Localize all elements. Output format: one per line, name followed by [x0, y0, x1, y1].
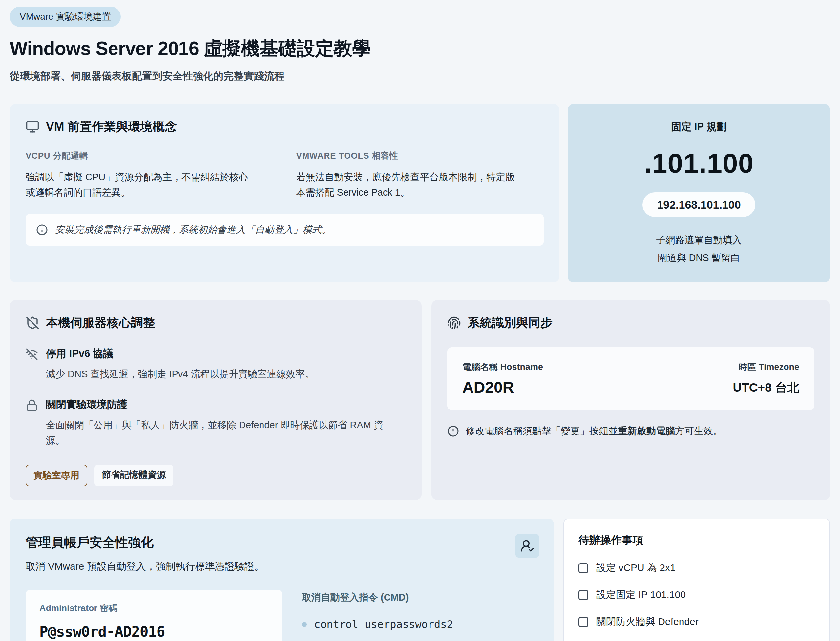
- card-system-identity: 系統識別與同步 電腦名稱 Hostname AD20R 時區 Timezone …: [432, 300, 830, 500]
- fixed-ip-notes: 子網路遮罩自動填入 閘道與 DNS 暫留白: [656, 232, 742, 267]
- fixed-ip-short-value: .101.100: [644, 147, 754, 179]
- tuning-item-firewall-body: 關閉實驗環境防護 全面關閉「公用」與「私人」防火牆，並移除 Defender 即…: [46, 398, 394, 448]
- todo-item-fixed-ip: 設定固定 IP 101.100: [578, 588, 815, 602]
- row-tuning-and-identity: 本機伺服器核心調整 停用 IPv6 協議 減少 DNS 查找延遲，強制走 IPv…: [10, 300, 830, 500]
- system-identity-header: 系統識別與同步: [447, 315, 814, 331]
- system-identity-title: 系統識別與同步: [467, 315, 553, 331]
- fingerprint-icon: [447, 316, 461, 330]
- todo-item-firewall: 關閉防火牆與 Defender: [578, 615, 815, 628]
- vmware-tools-text: 若無法自動安裝，應優先檢查平台版本限制，特定版本需搭配 Service Pack…: [296, 169, 544, 200]
- vm-prep-note: 安裝完成後需執行重新開機，系統初始會進入「自動登入」模式。: [26, 214, 544, 246]
- vm-prep-note-text: 安裝完成後需執行重新開機，系統初始會進入「自動登入」模式。: [55, 223, 331, 237]
- todo-text-fixed-ip: 設定固定 IP 101.100: [596, 588, 686, 602]
- rename-restart-note-text: 修改電腦名稱須點擊「變更」按鈕並重新啟動電腦方可生效。: [466, 425, 723, 438]
- hostname-label: 電腦名稱 Hostname: [463, 361, 543, 373]
- bullet-dot-icon: [302, 622, 307, 627]
- user-check-icon: [520, 539, 534, 552]
- server-tuning-header: 本機伺服器核心調整: [26, 315, 406, 331]
- tuning-item-ipv6: 停用 IPv6 協議 減少 DNS 查找延遲，強制走 IPv4 流程以提升實驗室…: [26, 347, 406, 382]
- hostname-block: 電腦名稱 Hostname AD20R: [463, 361, 543, 396]
- vcpu-label: VCPU 分配邏輯: [26, 150, 273, 161]
- lock-icon: [26, 399, 38, 448]
- vcpu-text: 強調以「虛擬 CPU」資源分配為主，不需糾結於核心或邏輯名詞的口語差異。: [26, 169, 273, 200]
- note-bold: 重新啟動電腦: [618, 425, 675, 436]
- card-vm-prep: VM 前置作業與環境概念 VCPU 分配邏輯 強調以「虛擬 CPU」資源分配為主…: [10, 104, 559, 282]
- badge-vmware-lab: VMware 實驗環境建置: [10, 6, 121, 27]
- cmd-item: control userpasswords2: [302, 618, 538, 630]
- row-admin-and-todo: 管理員帳戶安全性強化 取消 VMware 預設自動登入，強制執行標準憑證驗證。 …: [10, 519, 830, 641]
- timezone-label: 時區 Timezone: [733, 361, 799, 373]
- vm-prep-header: VM 前置作業與環境概念: [26, 119, 544, 135]
- checkbox-fixed-ip[interactable]: [578, 590, 588, 600]
- tuning-firewall-title: 關閉實驗環境防護: [46, 398, 394, 411]
- page-title: Windows Server 2016 虛擬機基礎設定教學: [10, 36, 830, 61]
- admin-security-content: Administrator 密碼 P@ssw0rd-AD2016 包含大寫、小寫…: [26, 590, 538, 641]
- todo-item-vcpu: 設定 vCPU 為 2x1: [578, 561, 815, 575]
- admin-security-title: 管理員帳戶安全性強化: [26, 534, 538, 551]
- card-server-tuning: 本機伺服器核心調整 停用 IPv6 協議 減少 DNS 查找延遲，強制走 IPv…: [10, 300, 422, 500]
- subnet-note: 子網路遮罩自動填入: [656, 232, 742, 249]
- hostname-timezone-box: 電腦名稱 Hostname AD20R 時區 Timezone UTC+8 台北: [447, 348, 814, 410]
- cmd-column: 取消自動登入指令 (CMD) control userpasswords2 ne…: [302, 590, 538, 641]
- checkbox-firewall[interactable]: [578, 617, 588, 627]
- hostname-value: AD20R: [463, 378, 543, 396]
- info-icon: [36, 224, 48, 236]
- page-subtitle: 從環境部署、伺服器儀表板配置到安全性強化的完整實踐流程: [10, 69, 830, 83]
- note-suffix: 方可生效。: [675, 425, 723, 436]
- admin-security-subtitle: 取消 VMware 預設自動登入，強制執行標準憑證驗證。: [26, 560, 538, 573]
- rename-restart-note: 修改電腦名稱須點擊「變更」按鈕並重新啟動電腦方可生效。: [447, 425, 814, 438]
- server-tuning-title: 本機伺服器核心調整: [46, 315, 155, 331]
- card-todo-checklist: 待辦操作事項 設定 vCPU 為 2x1 設定固定 IP 101.100 關閉防…: [564, 519, 830, 641]
- card-fixed-ip: 固定 IP 規劃 .101.100 192.168.101.100 子網路遮罩自…: [568, 104, 830, 282]
- card-admin-security: 管理員帳戶安全性強化 取消 VMware 預設自動登入，強制執行標準憑證驗證。 …: [10, 519, 554, 641]
- checkbox-vcpu[interactable]: [578, 563, 588, 573]
- user-check-iconbox: [515, 534, 540, 558]
- admin-password-value: P@ssw0rd-AD2016: [39, 623, 268, 640]
- vmware-tools-column: VMWARE TOOLS 相容性 若無法自動安裝，應優先檢查平台版本限制，特定版…: [296, 150, 544, 200]
- cmd-section-label: 取消自動登入指令 (CMD): [302, 591, 538, 604]
- page-header: VMware 實驗環境建置 Windows Server 2016 虛擬機基礎設…: [10, 6, 830, 83]
- admin-password-label: Administrator 密碼: [39, 602, 268, 614]
- monitor-icon: [26, 120, 39, 134]
- tuning-ipv6-title: 停用 IPv6 協議: [46, 347, 315, 361]
- admin-password-box: Administrator 密碼 P@ssw0rd-AD2016 包含大寫、小寫…: [26, 590, 282, 641]
- todo-text-vcpu: 設定 vCPU 為 2x1: [596, 561, 676, 575]
- tag-lab-only: 實驗室專用: [26, 465, 87, 486]
- fixed-ip-title: 固定 IP 規劃: [671, 120, 727, 134]
- todo-text-firewall: 關閉防火牆與 Defender: [596, 615, 699, 628]
- tuning-item-ipv6-body: 停用 IPv6 協議 減少 DNS 查找延遲，強制走 IPv4 流程以提升實驗室…: [46, 347, 315, 382]
- tuning-item-firewall: 關閉實驗環境防護 全面關閉「公用」與「私人」防火牆，並移除 Defender 即…: [26, 398, 406, 448]
- row-vm-and-ip: VM 前置作業與環境概念 VCPU 分配邏輯 強調以「虛擬 CPU」資源分配為主…: [10, 104, 830, 282]
- vm-prep-title: VM 前置作業與環境概念: [46, 119, 177, 135]
- tuning-tags: 實驗室專用 節省記憶體資源: [26, 465, 406, 486]
- vcpu-column: VCPU 分配邏輯 強調以「虛擬 CPU」資源分配為主，不需糾結於核心或邏輯名詞…: [26, 150, 273, 200]
- tuning-firewall-desc: 全面關閉「公用」與「私人」防火牆，並移除 Defender 即時保護以節省 RA…: [46, 417, 394, 448]
- fixed-ip-full-value: 192.168.101.100: [642, 192, 755, 217]
- cmd-userpasswords2: control userpasswords2: [314, 618, 453, 630]
- tuning-ipv6-desc: 減少 DNS 查找延遲，強制走 IPv4 流程以提升實驗室連線效率。: [46, 366, 315, 382]
- todo-title: 待辦操作事項: [578, 533, 815, 548]
- alert-circle-icon: [447, 425, 459, 437]
- timezone-block: 時區 Timezone UTC+8 台北: [733, 361, 799, 396]
- wifi-off-icon: [26, 348, 38, 382]
- note-prefix: 修改電腦名稱須點擊「變更」按鈕並: [466, 425, 618, 436]
- tag-save-memory: 節省記憶體資源: [95, 465, 173, 486]
- vmware-tools-label: VMWARE TOOLS 相容性: [296, 150, 544, 161]
- shield-off-icon: [26, 316, 39, 330]
- timezone-value: UTC+8 台北: [733, 380, 799, 396]
- gateway-dns-note: 閘道與 DNS 暫留白: [656, 249, 742, 267]
- vm-prep-columns: VCPU 分配邏輯 強調以「虛擬 CPU」資源分配為主，不需糾結於核心或邏輯名詞…: [26, 150, 544, 200]
